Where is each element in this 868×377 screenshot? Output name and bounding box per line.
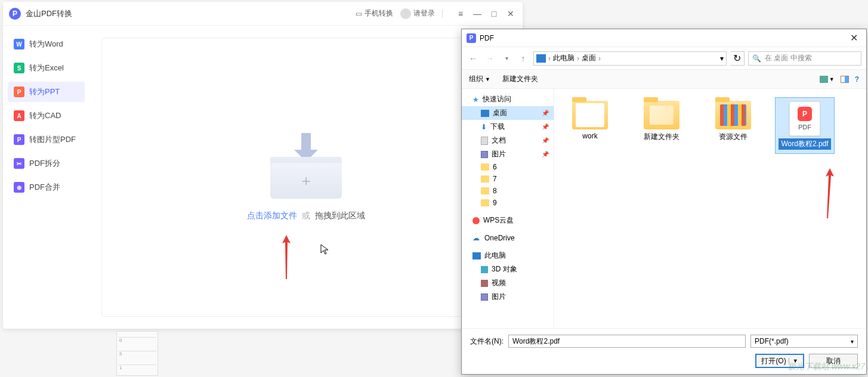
tree-folder-6[interactable]: 6 — [462, 161, 554, 173]
file-filter-select[interactable]: PDF(*.pdf) ▾ — [750, 335, 858, 348]
sidebar-item-label: 转为PPT — [29, 86, 60, 97]
picture-icon — [481, 151, 488, 158]
annotation-arrow-icon — [277, 233, 295, 280]
tree-folder-8[interactable]: 8 — [462, 185, 554, 197]
chevron-down-icon: ▼ — [789, 358, 798, 364]
star-icon: ★ — [472, 95, 479, 104]
login-label: 请登录 — [413, 8, 435, 18]
path-segment[interactable]: 此电脑 — [553, 53, 574, 63]
sidebar-item-split[interactable]: ✂PDF拆分 — [8, 153, 85, 174]
pin-icon: 📌 — [542, 137, 549, 144]
tree-onedrive[interactable]: ☁OneDrive — [462, 232, 554, 244]
phone-icon: ▭ — [356, 10, 362, 18]
dialog-title: PDF — [480, 34, 847, 42]
image-pdf-icon: P — [14, 134, 24, 145]
folder-icon — [715, 101, 751, 129]
organize-menu[interactable]: 组织▼ — [469, 74, 490, 84]
ppt-icon: P — [14, 86, 24, 97]
folder-icon — [481, 163, 489, 171]
path-segment[interactable]: 桌面 — [582, 53, 596, 63]
dropzone-or: 或 — [302, 211, 310, 220]
filter-value: PDF(*.pdf) — [755, 337, 789, 345]
tree-quick-access[interactable]: ★快速访问 — [462, 92, 554, 106]
recent-dropdown[interactable]: ▾ — [500, 52, 513, 65]
sidebar-item-image-pdf[interactable]: P转图片型PDF — [8, 129, 85, 150]
close-button[interactable]: ✕ — [505, 8, 517, 20]
tree-3d-objects[interactable]: 3D 对象 — [462, 262, 554, 276]
filename-label: 文件名(N): — [470, 336, 503, 347]
forward-button[interactable]: → — [483, 52, 496, 65]
filename-input[interactable] — [508, 335, 746, 348]
folder-icon — [644, 101, 679, 129]
annotation-arrow-icon — [821, 166, 839, 220]
tree-pictures[interactable]: 图片📌 — [462, 147, 554, 161]
tree-downloads[interactable]: ⬇下载📌 — [462, 120, 554, 134]
tree-this-pc[interactable]: 此电脑 — [462, 249, 554, 262]
chevron-right-icon: › — [548, 54, 551, 63]
folder-upload-icon: + — [270, 133, 342, 199]
path-breadcrumb[interactable]: › 此电脑 › 桌面 › ▾ — [533, 51, 727, 66]
chevron-right-icon: › — [577, 54, 579, 63]
cancel-button[interactable]: 取消 — [809, 354, 858, 368]
word-icon: W — [14, 39, 24, 50]
dialog-navbar: ← → ▾ ↑ › 此电脑 › 桌面 › ▾ ↻ 🔍 在 桌面 中搜索 — [462, 47, 866, 70]
phone-convert-link[interactable]: ▭ 手机转换 — [356, 8, 393, 18]
dropzone[interactable]: + 点击添加文件 或 拖拽到此区域 — [101, 38, 511, 317]
pc-icon — [472, 252, 481, 259]
tree-videos[interactable]: 视频 — [462, 276, 554, 290]
tree-folder-9[interactable]: 9 — [462, 197, 554, 209]
folder-icon — [481, 187, 489, 194]
sidebar-item-excel[interactable]: S转为Excel — [8, 58, 85, 78]
login-link[interactable]: 请登录 — [400, 8, 435, 19]
3d-icon — [481, 266, 488, 273]
sidebar-item-word[interactable]: W转为Word — [8, 34, 85, 54]
desktop-icon — [481, 110, 489, 117]
sidebar-item-label: PDF拆分 — [29, 158, 60, 169]
path-dropdown-icon[interactable]: ▾ — [720, 54, 724, 63]
titlebar: P 金山PDF转换 ▭ 手机转换 请登录 ≡ — □ ✕ — [3, 2, 523, 26]
cad-icon: A — [14, 110, 24, 121]
tree-wps-cloud[interactable]: WPS云盘 — [462, 214, 554, 227]
back-button[interactable]: ← — [467, 52, 480, 65]
sidebar-item-ppt[interactable]: P转为PPT — [8, 82, 85, 102]
pin-icon: 📌 — [542, 151, 549, 157]
app-title: 金山PDF转换 — [26, 8, 356, 19]
sidebar-item-merge[interactable]: ⊕PDF合并 — [8, 177, 85, 197]
view-mode-button[interactable]: ▼ — [820, 75, 835, 84]
file-item-folder[interactable]: 资源文件 — [703, 97, 763, 154]
chevron-down-icon: ▼ — [485, 76, 490, 82]
up-button[interactable]: ↑ — [517, 52, 530, 65]
minimize-button[interactable]: — — [471, 8, 483, 20]
folder-icon — [481, 175, 489, 183]
maximize-button[interactable]: □ — [488, 8, 500, 20]
preview-pane-button[interactable] — [841, 75, 849, 84]
file-item-folder[interactable]: 新建文件夹 — [632, 97, 691, 154]
cursor-icon — [320, 243, 329, 258]
folder-icon — [572, 101, 608, 129]
sidebar-item-cad[interactable]: A转为CAD — [8, 106, 85, 126]
dialog-close-button[interactable]: ✕ — [847, 32, 861, 44]
help-button[interactable]: ? — [855, 75, 859, 84]
dropzone-click-text: 点击添加文件 — [247, 211, 297, 220]
file-item-folder[interactable]: work — [560, 97, 620, 154]
chevron-right-icon: › — [598, 54, 601, 63]
menu-button[interactable]: ≡ — [455, 8, 467, 20]
tree-folder-7[interactable]: 7 — [462, 173, 554, 185]
onedrive-icon: ☁ — [472, 234, 481, 242]
sidebar-item-label: 转为Word — [29, 39, 63, 50]
sidebar: W转为Word S转为Excel P转为PPT A转为CAD P转图片型PDF … — [3, 26, 89, 329]
merge-icon: ⊕ — [14, 182, 24, 193]
tree-pictures-2[interactable]: 图片 — [462, 290, 554, 304]
download-icon: ⬇ — [481, 123, 487, 131]
tree-documents[interactable]: 文档📌 — [462, 134, 554, 147]
open-button[interactable]: 打开(O)▼ — [755, 354, 804, 368]
pin-icon: 📌 — [542, 123, 549, 130]
dialog-logo-icon: P — [467, 33, 476, 43]
tree-desktop[interactable]: 桌面📌 — [462, 106, 554, 120]
dialog-toolbar: 组织▼ 新建文件夹 ▼ ? — [462, 70, 866, 89]
file-item-pdf[interactable]: P PDF Word教程2.pdf — [775, 97, 835, 154]
dropzone-drag-text: 拖拽到此区域 — [315, 211, 365, 220]
refresh-button[interactable]: ↻ — [730, 51, 745, 66]
new-folder-button[interactable]: 新建文件夹 — [502, 74, 538, 84]
search-input[interactable]: 🔍 在 桌面 中搜索 — [748, 51, 861, 66]
